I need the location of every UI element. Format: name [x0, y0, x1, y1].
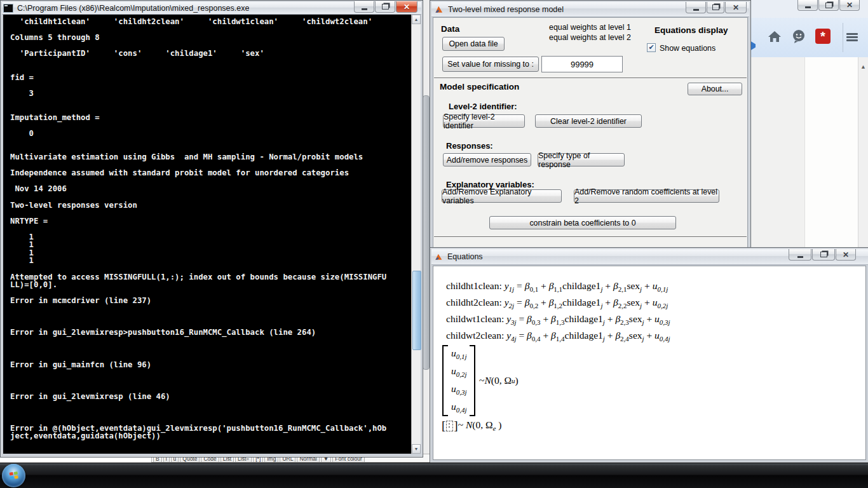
equation-line: childwt2clean: y4j = β0,4 + β1,4childage… — [446, 330, 670, 346]
start-button[interactable] — [2, 464, 25, 487]
lastpass-button[interactable]: * — [813, 27, 832, 46]
equation-line: childwt1clean: y3j = β0,3 + β1,3childage… — [446, 313, 670, 330]
matlab-icon — [434, 252, 444, 261]
vector-term: u0,4j — [444, 401, 474, 414]
close-icon: ✕ — [403, 3, 410, 11]
section-divider — [434, 78, 747, 78]
close-icon: ✕ — [733, 4, 739, 11]
maximize-icon — [712, 4, 719, 10]
specify-response-type-button[interactable]: Specify type of response — [538, 153, 625, 166]
equation-line: childht2clean: y2j = β0,2 + β1,2childage… — [446, 297, 670, 313]
missing-value-input[interactable] — [541, 56, 623, 72]
responses-label: Responses: — [446, 141, 493, 151]
model-maximize-button[interactable] — [707, 2, 724, 13]
equations-display-heading: Equations display — [654, 25, 728, 35]
model-window-controls: ✕ — [685, 2, 747, 13]
vector-term: u0,1j — [444, 348, 474, 360]
toolbar-divider — [843, 23, 843, 52]
page-column — [804, 57, 860, 248]
random-effects-distribution: ~ N(0, Ωu ) — [479, 345, 519, 416]
console-output: 'childht1clean' 'childht2clean' 'childwt… — [3, 15, 411, 440]
restore-icon — [825, 3, 832, 8]
residual-vector-placeholder — [446, 421, 453, 431]
console-window: C:\Program Files (x86)\Realcom\Imputatio… — [0, 0, 423, 458]
menu-icon — [846, 33, 858, 35]
home-button[interactable] — [765, 27, 784, 46]
scroll-up-button[interactable]: ▲ — [412, 15, 421, 24]
console-scrollbar[interactable]: ▲ ▼ — [411, 15, 421, 454]
level2-identifier-label: Level-2 identifier: — [449, 102, 517, 111]
clear-level2-button[interactable]: Clear level-2 identifier — [535, 114, 642, 128]
home-icon — [768, 30, 782, 43]
add-remove-responses-button[interactable]: Add/remove responses — [443, 153, 531, 166]
console-restore-button[interactable] — [375, 1, 395, 13]
close-icon: ✕ — [846, 1, 853, 9]
console-minimize-button[interactable] — [354, 1, 374, 13]
weights-level2-label: equal weights at level 2 — [549, 33, 631, 42]
add-remove-explanatory-button[interactable]: Add/Remove Explanatory variables — [442, 189, 562, 203]
specify-level2-button[interactable]: Specify level-2 identifier — [443, 114, 525, 128]
residual-distribution-text: ~ N(0, Ωe ) — [458, 419, 502, 432]
browser-close-button[interactable]: ✕ — [839, 0, 860, 11]
chat-button[interactable] — [789, 27, 808, 46]
vector-terms: u0,1ju0,2ju0,3ju0,4j — [442, 345, 475, 416]
close-icon: ✕ — [843, 251, 849, 259]
scroll-down-button[interactable]: ▼ — [412, 444, 421, 454]
model-spec-heading: Model specification — [440, 82, 519, 92]
console-window-icon — [3, 4, 13, 13]
restore-icon — [820, 252, 827, 257]
equation-line: childht1clean: y1j = β0,1 + β1,1childage… — [446, 280, 670, 297]
browser-window-controls: ✕ — [797, 0, 860, 11]
bracket-left: [ — [442, 419, 445, 433]
model-close-button[interactable]: ✕ — [725, 2, 747, 13]
model-window-title: Two-level mixed response model — [448, 5, 564, 14]
show-equations-label: Show equations — [660, 44, 715, 53]
residual-distribution: [] ~ N(0, Ωe ) — [442, 419, 501, 433]
minimize-icon — [693, 4, 699, 11]
desktop: ✕ * — [0, 0, 868, 488]
console-body: 'childht1clean' 'childht2clean' 'childwt… — [3, 15, 411, 454]
restore-icon — [382, 4, 389, 10]
equations-restore-button[interactable] — [812, 249, 835, 261]
browser-window: ✕ * — [750, 0, 868, 248]
model-window: Two-level mixed response model ✕ Data eq… — [430, 0, 751, 250]
show-equations-checkbox[interactable] — [647, 43, 656, 52]
browser-minimize-button[interactable] — [797, 0, 818, 11]
taskbar — [0, 463, 868, 488]
model-minimize-button[interactable] — [686, 2, 706, 13]
console-title: C:\Program Files (x86)\Realcom\Imputatio… — [17, 4, 249, 13]
data-section-heading: Data — [441, 24, 459, 34]
browser-page: ▲ — [750, 57, 868, 248]
weights-level1-label: equal weights at level 1 — [549, 23, 631, 32]
about-button[interactable]: About... — [688, 83, 742, 95]
minimize-icon — [362, 4, 367, 10]
matlab-icon — [434, 4, 444, 14]
equations-minimize-button[interactable] — [789, 249, 811, 261]
vector-term: u0,3j — [444, 383, 474, 396]
equations-window-title: Equations — [447, 252, 483, 261]
open-data-file-button[interactable]: Open data file — [442, 37, 505, 51]
model-body: Data equal weights at level 1 equal weig… — [433, 17, 748, 248]
equations-window-controls: ✕ — [788, 249, 856, 261]
lastpass-icon: * — [815, 29, 831, 44]
browser-restore-button[interactable] — [818, 0, 839, 11]
scroll-up-icon: ▲ — [860, 64, 866, 70]
scrollbar-thumb[interactable] — [412, 271, 421, 350]
vector-term: u0,2j — [444, 365, 474, 378]
windows-logo-icon — [8, 470, 20, 482]
scrollbar-thumb[interactable] — [423, 95, 430, 370]
add-remove-random-coefficients-button[interactable]: Add/Remove random coefficients at level … — [574, 189, 719, 203]
minimize-icon — [797, 252, 803, 258]
console-close-button[interactable]: ✕ — [396, 1, 417, 13]
menu-button[interactable] — [846, 27, 865, 46]
equations-window: Equations ✕ childht1clean: y1j = β0,1 + … — [430, 247, 868, 464]
constrain-beta-button[interactable]: constrain beta coefficients to 0 — [489, 216, 676, 229]
equations-body: childht1clean: y1j = β0,1 + β1,1childage… — [433, 266, 866, 460]
browser-toolbar: * — [750, 18, 868, 58]
chat-icon — [791, 29, 806, 43]
page-scrollbar[interactable]: ▲ — [858, 57, 868, 248]
set-missing-value-button[interactable]: Set value for missing to : — [442, 57, 539, 72]
minimize-icon — [805, 2, 811, 8]
equations-close-button[interactable]: ✕ — [836, 249, 856, 261]
equation-rows: childht1clean: y1j = β0,1 + β1,1childage… — [446, 280, 670, 346]
